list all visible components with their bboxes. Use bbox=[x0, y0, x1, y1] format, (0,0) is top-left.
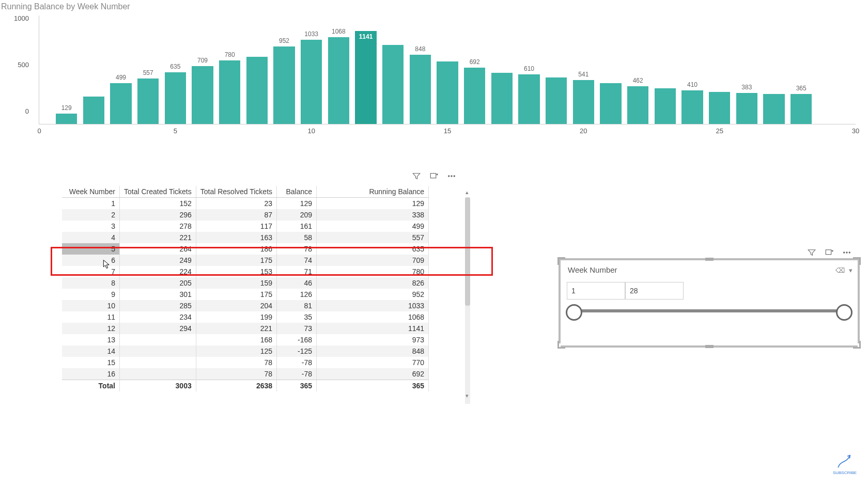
table-cell[interactable]: 12 bbox=[62, 323, 120, 334]
table-cell[interactable]: 35 bbox=[277, 311, 317, 323]
table-cell[interactable]: 278 bbox=[120, 221, 196, 232]
chart-bar[interactable]: 410 bbox=[681, 90, 703, 124]
chart-bar[interactable] bbox=[246, 57, 268, 124]
bar-chart[interactable]: 1000 500 0 12949955763570978095210331068… bbox=[10, 15, 858, 134]
table-cell[interactable]: 163 bbox=[196, 232, 276, 243]
scrollbar-thumb[interactable] bbox=[465, 197, 470, 306]
focus-mode-icon[interactable] bbox=[824, 247, 835, 258]
table-row[interactable]: 11234199351068 bbox=[62, 311, 429, 323]
table-cell[interactable]: 74 bbox=[277, 255, 317, 266]
table-cell[interactable]: -168 bbox=[277, 334, 317, 345]
chart-bar[interactable]: 709 bbox=[192, 66, 213, 124]
table-cell[interactable]: 296 bbox=[120, 209, 196, 221]
table-cell[interactable]: 78 bbox=[277, 243, 317, 255]
table-cell[interactable]: 780 bbox=[317, 266, 429, 277]
table-cell[interactable]: 6 bbox=[62, 255, 120, 266]
chart-bar[interactable] bbox=[709, 92, 730, 124]
table-cell[interactable]: -78 bbox=[277, 357, 317, 368]
table-cell[interactable]: 499 bbox=[317, 221, 429, 232]
table-cell[interactable]: -125 bbox=[277, 345, 317, 357]
table-header[interactable]: Total Created Tickets bbox=[120, 186, 196, 198]
slicer-max-input[interactable] bbox=[625, 282, 684, 300]
chart-bar[interactable] bbox=[600, 83, 621, 124]
slicer-dropdown-icon[interactable]: ▾ bbox=[849, 266, 853, 274]
table-row[interactable]: 115223129129 bbox=[62, 198, 429, 210]
table-cell[interactable]: 338 bbox=[317, 209, 429, 221]
table-header[interactable]: Running Balance bbox=[317, 186, 429, 198]
scroll-up-icon[interactable]: ▴ bbox=[464, 189, 470, 196]
table-cell[interactable]: 23 bbox=[196, 198, 276, 210]
table-cell[interactable]: 126 bbox=[277, 289, 317, 300]
table-row[interactable]: 1578-78770 bbox=[62, 357, 429, 368]
table-cell[interactable]: 5 bbox=[62, 243, 120, 255]
scroll-down-icon[interactable]: ▾ bbox=[464, 392, 470, 400]
table-row[interactable]: 722415371780 bbox=[62, 266, 429, 277]
focus-mode-icon[interactable] bbox=[428, 170, 440, 182]
table-cell[interactable]: 770 bbox=[317, 357, 429, 368]
table-cell[interactable] bbox=[120, 357, 196, 368]
chart-bar[interactable]: 365 bbox=[791, 94, 812, 124]
filter-icon[interactable] bbox=[411, 170, 422, 182]
chart-bar[interactable] bbox=[655, 88, 676, 124]
table-header[interactable]: Week Number bbox=[62, 186, 120, 198]
table-cell[interactable]: 692 bbox=[317, 368, 429, 380]
table-cell[interactable]: -78 bbox=[277, 368, 317, 380]
table-row[interactable]: 9301175126952 bbox=[62, 289, 429, 300]
chart-bar[interactable] bbox=[437, 61, 458, 124]
slicer-handle-min[interactable] bbox=[566, 304, 582, 321]
table-cell[interactable]: 234 bbox=[120, 311, 196, 323]
table-cell[interactable]: 87 bbox=[196, 209, 276, 221]
table-cell[interactable]: 2 bbox=[62, 209, 120, 221]
table-cell[interactable]: 952 bbox=[317, 289, 429, 300]
table-cell[interactable]: 129 bbox=[317, 198, 429, 210]
table-cell[interactable]: 125 bbox=[196, 345, 276, 357]
table-row[interactable]: 12294221731141 bbox=[62, 323, 429, 334]
table-cell[interactable]: 175 bbox=[196, 289, 276, 300]
table-cell[interactable]: 249 bbox=[120, 255, 196, 266]
table-cell[interactable]: 10 bbox=[62, 300, 120, 311]
chart-bar[interactable]: 848 bbox=[410, 55, 431, 124]
table-cell[interactable]: 13 bbox=[62, 334, 120, 345]
table-header[interactable]: Total Resolved Tickets bbox=[196, 186, 276, 198]
table-cell[interactable]: 294 bbox=[120, 323, 196, 334]
slicer-min-input[interactable] bbox=[567, 282, 625, 300]
chart-bar[interactable]: 610 bbox=[518, 74, 539, 124]
table-cell[interactable]: 8 bbox=[62, 277, 120, 289]
table-cell[interactable]: 78 bbox=[196, 357, 276, 368]
table-cell[interactable]: 73 bbox=[277, 323, 317, 334]
table-cell[interactable]: 224 bbox=[120, 266, 196, 277]
table-cell[interactable]: 1 bbox=[62, 198, 120, 210]
table-cell[interactable]: 4 bbox=[62, 232, 120, 243]
more-options-icon[interactable] bbox=[446, 170, 457, 182]
table-cell[interactable]: 264 bbox=[120, 243, 196, 255]
chart-bar[interactable]: 499 bbox=[110, 83, 131, 124]
filter-icon[interactable] bbox=[806, 247, 817, 258]
table-cell[interactable] bbox=[120, 334, 196, 345]
table-cell[interactable]: 3 bbox=[62, 221, 120, 232]
chart-bar[interactable] bbox=[546, 77, 567, 124]
table-cell[interactable]: 117 bbox=[196, 221, 276, 232]
table-row[interactable]: 229687209338 bbox=[62, 209, 429, 221]
table-cell[interactable] bbox=[120, 368, 196, 380]
chart-bar[interactable]: 1033 bbox=[301, 40, 322, 124]
table-cell[interactable]: 14 bbox=[62, 345, 120, 357]
table-cell[interactable]: 11 bbox=[62, 311, 120, 323]
chart-bar[interactable]: 780 bbox=[219, 60, 240, 124]
table-row[interactable]: 526418678635 bbox=[62, 243, 429, 255]
chart-bar[interactable]: 1068 bbox=[328, 37, 349, 124]
chart-bar[interactable]: 462 bbox=[627, 86, 648, 124]
clear-selection-icon[interactable]: ⌫ bbox=[835, 266, 845, 274]
table-cell[interactable]: 81 bbox=[277, 300, 317, 311]
table-cell[interactable]: 1141 bbox=[317, 323, 429, 334]
chart-bar[interactable]: 692 bbox=[464, 68, 485, 124]
table-cell[interactable]: 153 bbox=[196, 266, 276, 277]
table-cell[interactable]: 285 bbox=[120, 300, 196, 311]
table-cell[interactable]: 973 bbox=[317, 334, 429, 345]
table-header[interactable]: Balance bbox=[277, 186, 317, 198]
table-cell[interactable]: 175 bbox=[196, 255, 276, 266]
chart-bar[interactable]: 383 bbox=[736, 93, 757, 124]
table-cell[interactable]: 16 bbox=[62, 368, 120, 380]
chart-bar[interactable]: 635 bbox=[165, 72, 186, 124]
table-cell[interactable]: 159 bbox=[196, 277, 276, 289]
table-row[interactable]: 3278117161499 bbox=[62, 221, 429, 232]
